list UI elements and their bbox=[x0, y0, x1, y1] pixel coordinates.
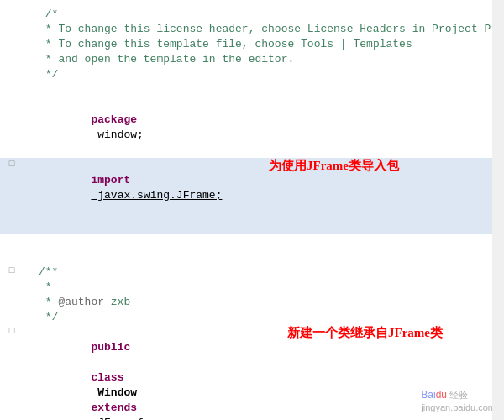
baidu-url: jingyan.baidu.com bbox=[421, 402, 496, 412]
line-import: □ import javax.swing.JFrame; 为使用JFrame类导… bbox=[0, 158, 504, 234]
jingyan-label: 经验 bbox=[449, 390, 468, 400]
line-blank-1 bbox=[0, 82, 504, 97]
line-content-5: */ bbox=[35, 67, 504, 82]
line-content-3: * To change this template file, choose T… bbox=[35, 37, 504, 52]
extends-keyword: extends bbox=[91, 402, 137, 414]
class-space bbox=[91, 356, 97, 369]
import-class: javax.swing.JFrame; bbox=[91, 189, 222, 202]
gutter-author bbox=[0, 295, 24, 296]
line-blank-3 bbox=[0, 249, 504, 265]
code-area: /* * To change this license header, choo… bbox=[0, 0, 504, 420]
class-name: Window bbox=[91, 386, 143, 399]
line-author: * @author zxb bbox=[0, 295, 504, 310]
gutter-3 bbox=[0, 37, 24, 38]
gutter-2 bbox=[0, 22, 24, 23]
line-content-author: * @author zxb bbox=[35, 295, 504, 310]
line-content-2: * To change this license header, choose … bbox=[35, 22, 504, 37]
gutter-5 bbox=[0, 67, 24, 68]
gutter-pkg bbox=[0, 97, 24, 98]
line-javadoc-star: * bbox=[0, 280, 504, 295]
baidu-logo-text: Baidu bbox=[421, 389, 447, 401]
line-javadoc-start: □ /** bbox=[0, 265, 504, 280]
gutter-class: □ bbox=[0, 325, 24, 336]
class-keyword: class bbox=[91, 371, 123, 384]
line-content-jd2: * bbox=[35, 280, 504, 295]
line-package: package window; bbox=[0, 97, 504, 158]
line-3: * To change this template file, choose T… bbox=[0, 37, 504, 52]
package-keyword: package bbox=[91, 113, 137, 126]
public-keyword: public bbox=[91, 341, 130, 354]
line-content-import: import javax.swing.JFrame; 为使用JFrame类导入包 bbox=[35, 158, 504, 234]
line-5: */ bbox=[0, 67, 504, 82]
line-content-pkg: package window; bbox=[35, 97, 504, 158]
line-4: * and open the template in the editor. bbox=[0, 52, 504, 67]
gutter-jd1: □ bbox=[0, 265, 24, 276]
scrollbar[interactable] bbox=[492, 0, 504, 420]
editor-container: /* * To change this license header, choo… bbox=[0, 0, 504, 420]
gutter-1 bbox=[0, 7, 24, 8]
annotation-import: 为使用JFrame类导入包 bbox=[269, 158, 399, 173]
line-2: * To change this license header, choose … bbox=[0, 22, 504, 37]
extends-class: JFrame{ bbox=[91, 417, 143, 420]
import-keyword: import bbox=[91, 174, 130, 186]
gutter-import: □ bbox=[0, 158, 24, 169]
gutter-jd2 bbox=[0, 280, 24, 281]
baidu-watermark: Baidu 经验 jingyan.baidu.com bbox=[421, 389, 496, 413]
line-content-1: /* bbox=[35, 7, 504, 22]
line-content-jd1: /** bbox=[35, 265, 504, 280]
gutter-4 bbox=[0, 52, 24, 53]
line-content-jdend: */ bbox=[35, 310, 504, 325]
line-javadoc-end: */ bbox=[0, 310, 504, 325]
gutter-jdend bbox=[0, 310, 24, 311]
line-1: /* bbox=[0, 7, 504, 22]
line-blank-2 bbox=[0, 234, 504, 249]
annotation-class: 新建一个类继承自JFrame类 bbox=[287, 325, 443, 340]
line-content-4: * and open the template in the editor. bbox=[35, 52, 504, 67]
package-name: window; bbox=[91, 129, 143, 141]
